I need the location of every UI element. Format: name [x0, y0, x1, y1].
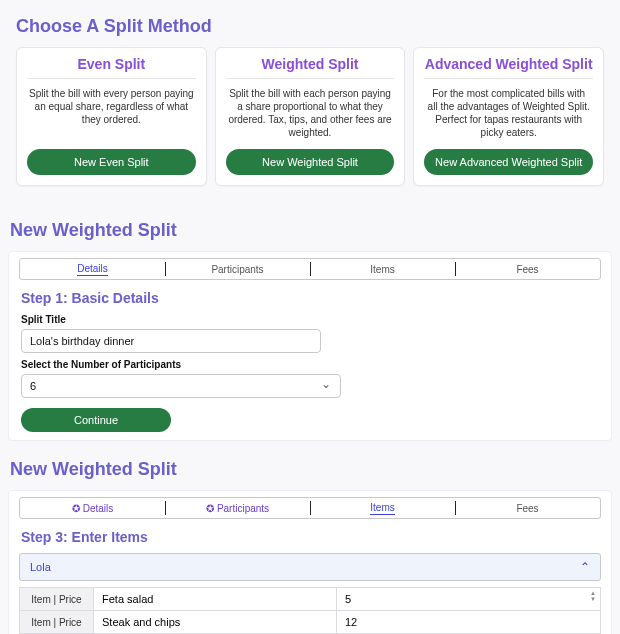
participants-count-label: Select the Number of Participants — [21, 359, 611, 370]
tab-items[interactable]: Items — [310, 498, 455, 518]
step1-panel: Details Participants Items Fees Step 1: … — [8, 251, 612, 441]
tab-label: Items — [370, 264, 394, 275]
participant-name: Lola — [30, 561, 51, 573]
card-desc: Split the bill with every person paying … — [27, 79, 196, 149]
row-label: Item | Price — [20, 588, 94, 611]
tab-label: Items — [370, 502, 394, 515]
tab-label: Details — [83, 503, 114, 514]
row-label: Item | Price — [20, 611, 94, 634]
split-card-weighted: Weighted Split Split the bill with each … — [215, 47, 406, 186]
tab-label: Participants — [217, 503, 269, 514]
items-rows: Item | Price ▲▼ Item | Price Item | Pric… — [9, 587, 611, 634]
chevron-up-icon: ⌃ — [580, 560, 590, 574]
new-advanced-weighted-split-button[interactable]: New Advanced Weighted Split — [424, 149, 593, 175]
step3-step-label: Step 3: Enter Items — [21, 529, 611, 545]
split-title-label: Split Title — [21, 314, 611, 325]
participant-accordion: Lola ⌃ — [19, 553, 601, 581]
step3-tabstrip: ✪Details ✪Participants Items Fees — [19, 497, 601, 519]
participants-select-wrap: 6 — [21, 374, 341, 398]
step1-heading: New Weighted Split — [10, 220, 620, 241]
step1-step-label: Step 1: Basic Details — [21, 290, 611, 306]
continue-button[interactable]: Continue — [21, 408, 171, 432]
step1-section: New Weighted Split Details Participants … — [0, 220, 620, 441]
new-even-split-button[interactable]: New Even Split — [27, 149, 196, 175]
split-card-row: Even Split Split the bill with every per… — [8, 47, 612, 194]
card-desc: For the most complicated bills with all … — [424, 79, 593, 149]
item-row: Item | Price — [20, 611, 601, 634]
step3-panel: ✪Details ✪Participants Items Fees Step 3… — [8, 490, 612, 634]
card-desc: Split the bill with each person paying a… — [226, 79, 395, 149]
split-card-even: Even Split Split the bill with every per… — [16, 47, 207, 186]
new-weighted-split-button[interactable]: New Weighted Split — [226, 149, 395, 175]
item-price-input[interactable] — [337, 588, 600, 610]
items-table: Item | Price ▲▼ Item | Price Item | Pric… — [19, 587, 601, 634]
check-icon: ✪ — [206, 503, 214, 514]
tab-participants[interactable]: Participants — [165, 259, 310, 279]
tab-items[interactable]: Items — [310, 259, 455, 279]
card-title: Even Split — [27, 56, 196, 79]
step3-section: New Weighted Split ✪Details ✪Participant… — [0, 459, 620, 634]
tab-fees[interactable]: Fees — [455, 498, 600, 518]
tab-label: Details — [77, 263, 108, 276]
tab-details[interactable]: Details — [20, 259, 165, 279]
item-name-input[interactable] — [94, 588, 336, 610]
card-title: Advanced Weighted Split — [424, 56, 593, 79]
item-name-input[interactable] — [94, 611, 336, 633]
stepper-down-icon: ▼ — [590, 596, 596, 602]
card-title: Weighted Split — [226, 56, 395, 79]
tab-participants[interactable]: ✪Participants — [165, 498, 310, 518]
check-icon: ✪ — [72, 503, 80, 514]
item-row: Item | Price ▲▼ — [20, 588, 601, 611]
tab-details[interactable]: ✪Details — [20, 498, 165, 518]
step1-tabstrip: Details Participants Items Fees — [19, 258, 601, 280]
split-title-input[interactable] — [21, 329, 321, 353]
participants-select[interactable]: 6 — [21, 374, 341, 398]
choose-split-heading: Choose A Split Method — [16, 16, 612, 37]
step3-heading: New Weighted Split — [10, 459, 620, 480]
tab-label: Fees — [516, 503, 538, 514]
tab-label: Fees — [516, 264, 538, 275]
choose-split-section: Choose A Split Method Even Split Split t… — [0, 0, 620, 202]
tab-label: Participants — [211, 264, 263, 275]
item-price-input[interactable] — [337, 611, 600, 633]
price-stepper[interactable]: ▲▼ — [590, 590, 596, 602]
split-card-advanced: Advanced Weighted Split For the most com… — [413, 47, 604, 186]
participant-accordion-header[interactable]: Lola ⌃ — [20, 554, 600, 580]
tab-fees[interactable]: Fees — [455, 259, 600, 279]
